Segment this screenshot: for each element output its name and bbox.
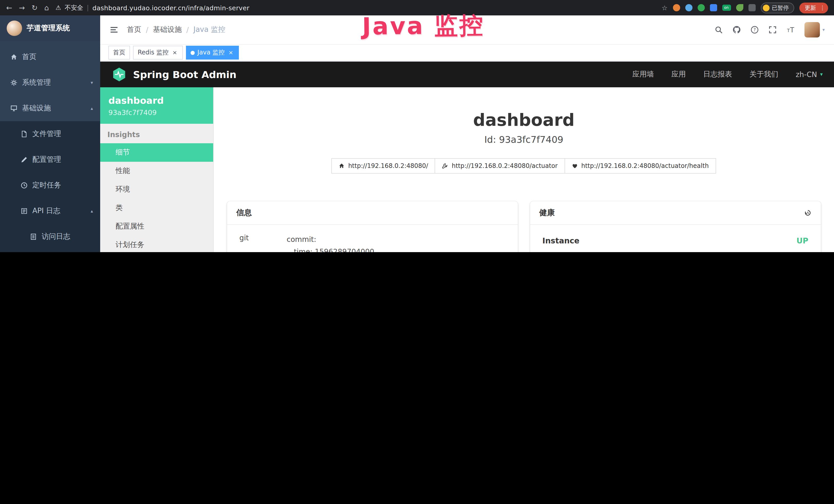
sidebar-item-config-management[interactable]: 配置管理 (0, 147, 100, 173)
sba-nav: 应用墙 应用 日志报表 关于我们 zh-CN ▾ (632, 70, 823, 79)
user-menu[interactable]: ▾ (805, 22, 825, 38)
sba-body: dashboard 93a3fc7f7409 Insights 细节 性能 环境… (100, 87, 834, 252)
font-size-icon[interactable] (787, 26, 795, 34)
address-divider: | (87, 4, 89, 11)
hamburger-icon[interactable] (109, 25, 119, 35)
instance-id: 93a3fc7f7409 (108, 108, 205, 116)
health-link[interactable]: http://192.168.0.2:48080/actuator/health (564, 158, 716, 173)
breadcrumb-separator: / (146, 26, 148, 34)
health-instance-row[interactable]: Instance UP (543, 227, 809, 252)
help-icon[interactable] (750, 26, 759, 34)
breadcrumb-separator: / (186, 26, 189, 34)
logo-avatar (7, 21, 22, 36)
extension-puzzle-icon[interactable] (748, 4, 755, 11)
browser-toolbar-right: ☆ on 已暂停 更新 ⋮ (662, 2, 828, 13)
doc-icon (30, 233, 37, 240)
close-icon[interactable]: × (227, 49, 235, 56)
sba-item-performance[interactable]: 性能 (100, 161, 213, 180)
update-button[interactable]: 更新 ⋮ (799, 2, 828, 13)
history-icon[interactable] (804, 209, 811, 216)
breadcrumb-infrastructure[interactable]: 基础设施 (153, 25, 182, 35)
warning-icon: ⚠ (56, 4, 61, 11)
paused-extension-badge[interactable]: 已暂停 (761, 2, 794, 13)
sidebar-item-system-management[interactable]: 系统管理 ▾ (0, 70, 100, 95)
browser-window: ← → ↻ ⌂ ⚠ 不安全 | dashboard.yudao.iocoder.… (0, 0, 834, 252)
edit-icon (21, 156, 28, 163)
extension-on-badge[interactable]: on (722, 5, 731, 11)
app-title: 芋道管理系统 (27, 24, 70, 33)
status-badge: UP (796, 236, 808, 245)
sba-item-scheduled-tasks[interactable]: 计划任务 (100, 235, 213, 252)
address-bar[interactable]: ⚠ 不安全 | dashboard.yudao.iocoder.cn/infra… (56, 3, 249, 12)
extension-icon[interactable] (697, 4, 705, 11)
sidebar-item-api-logs[interactable]: API 日志 ▴ (0, 198, 100, 224)
breadcrumb-current: Java 监控 (193, 25, 225, 35)
navbar-actions: ▾ (715, 22, 825, 38)
sidebar-item-infrastructure[interactable]: 基础设施 ▴ (0, 95, 100, 121)
fullscreen-icon[interactable] (768, 26, 777, 34)
insights-group: Insights 细节 性能 环境 类 配置属性 计划任务 (100, 123, 213, 252)
sba-nav-wallboard[interactable]: 应用墙 (632, 70, 654, 79)
heart-icon (571, 162, 578, 169)
bookmark-star-icon[interactable]: ☆ (662, 4, 667, 12)
url-text: dashboard.yudao.iocoder.cn/infra/admin-s… (92, 4, 249, 12)
clock-icon (21, 182, 28, 189)
update-label: 更新 (805, 4, 816, 12)
kebab-menu-icon[interactable]: ⋮ (820, 4, 825, 11)
sba-nav-applications[interactable]: 应用 (672, 70, 686, 79)
actuator-link[interactable]: http://192.168.0.2:48080/actuator (435, 158, 565, 173)
tab-redis-monitor[interactable]: Redis 监控 × (133, 46, 183, 60)
locale-select[interactable]: zh-CN ▾ (796, 70, 823, 78)
sba-brand: Spring Boot Admin (133, 69, 237, 80)
log-icon (21, 207, 28, 215)
sba-item-environment[interactable]: 环境 (100, 180, 213, 199)
extension-icon[interactable] (673, 4, 680, 11)
extension-icon[interactable] (685, 4, 692, 11)
monitor-icon (10, 105, 18, 112)
sba-main: dashboard Id: 93a3fc7f7409 http://192.16… (214, 87, 834, 252)
close-icon[interactable]: × (171, 49, 178, 56)
tab-home[interactable]: 首页 (108, 46, 130, 60)
insights-section-label: Insights (100, 123, 213, 143)
active-tab-dot (191, 51, 195, 55)
chevron-down-icon: ▾ (91, 80, 93, 85)
sba-item-details[interactable]: 细节 (100, 143, 213, 161)
extension-icon[interactable] (710, 4, 717, 11)
sba-header: Spring Boot Admin 应用墙 应用 日志报表 关于我们 zh-CN… (100, 62, 834, 87)
sidebar-item-file-management[interactable]: 文件管理 (0, 121, 100, 147)
github-icon[interactable] (732, 26, 741, 34)
avatar[interactable] (805, 22, 820, 38)
sidebar-item-error-logs[interactable]: 错误日志 (0, 250, 100, 252)
info-key: git (239, 233, 287, 252)
info-value: commit: time: 1596289704000 id: 27aa832 … (287, 233, 505, 252)
file-icon (21, 131, 28, 138)
sidebar-item-access-logs[interactable]: 访问日志 (0, 224, 100, 250)
sidebar-item-dashboard[interactable]: 首页 (0, 44, 100, 70)
back-button[interactable]: ← (6, 4, 12, 11)
home-icon (10, 53, 18, 61)
sba-nav-journal[interactable]: 日志报表 (703, 70, 732, 79)
page-title: dashboard (214, 110, 834, 130)
app-logo[interactable]: 芋道管理系统 (0, 16, 100, 41)
sba-nav-about[interactable]: 关于我们 (749, 70, 778, 79)
forward-button[interactable]: → (19, 4, 25, 11)
instance-name: dashboard (108, 95, 205, 106)
sba-item-config-properties[interactable]: 配置属性 (100, 217, 213, 235)
instance-home-link[interactable]: http://192.168.0.2:48080/ (331, 158, 435, 173)
home-button[interactable]: ⌂ (44, 4, 49, 11)
refresh-button[interactable]: ↻ (31, 4, 38, 11)
paused-label: 已暂停 (772, 4, 789, 12)
sba-item-classes[interactable]: 类 (100, 199, 213, 217)
extension-icon[interactable] (736, 4, 743, 11)
health-instance-label: Instance (543, 236, 579, 245)
gear-icon (10, 79, 18, 86)
tab-java-monitor[interactable]: Java 监控 × (186, 46, 239, 60)
search-icon[interactable] (715, 26, 723, 34)
instance-header[interactable]: dashboard 93a3fc7f7409 (100, 87, 213, 123)
tabs-bar: 首页 Redis 监控 × Java 监控 × (100, 45, 834, 62)
breadcrumb-home[interactable]: 首页 (127, 25, 141, 35)
sidebar-item-scheduled-jobs[interactable]: 定时任务 (0, 173, 100, 198)
instance-id-subtitle: Id: 93a3fc7f7409 (214, 134, 834, 144)
cards-area: 信息 git commit: time: 1596289704000 id: 2 (227, 201, 821, 252)
chevron-down-icon: ▾ (822, 27, 825, 32)
